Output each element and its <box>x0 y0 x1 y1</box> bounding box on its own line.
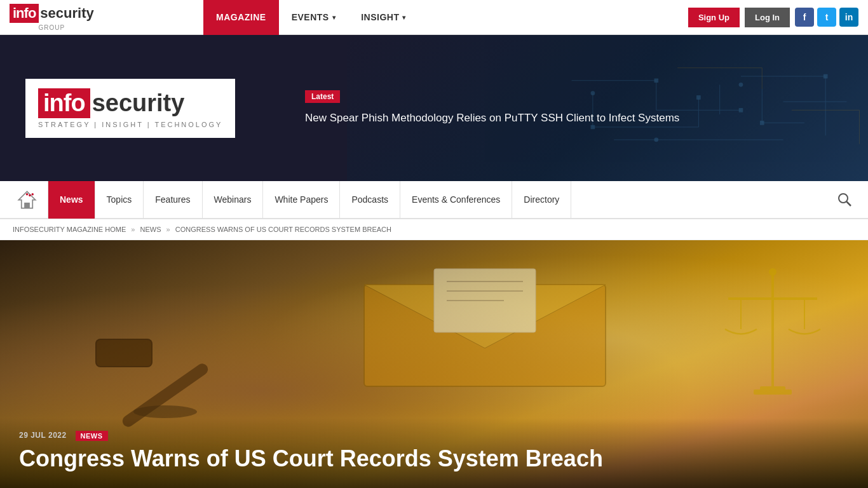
login-button[interactable]: Log In <box>745 8 790 27</box>
signup-button[interactable]: Sign Up <box>688 8 740 27</box>
breadcrumb-news[interactable]: NEWS <box>140 226 161 233</box>
site-logo[interactable]: infosecurity <box>10 4 94 23</box>
hero-logo-box: infosecurity STRATEGY | INSIGHT | TECHNO… <box>25 79 235 138</box>
top-navigation: MAGAZINE EVENTS ▾ INSIGHT ▾ <box>203 0 688 35</box>
article-category-badge[interactable]: NEWS <box>76 431 108 441</box>
svg-point-28 <box>29 194 31 196</box>
top-bar: infosecurity GROUP MAGAZINE EVENTS ▾ INS… <box>0 0 868 35</box>
svg-rect-43 <box>771 272 774 386</box>
top-nav-events[interactable]: EVENTS ▾ <box>279 0 349 35</box>
svg-rect-27 <box>24 202 30 208</box>
svg-rect-35 <box>97 340 151 366</box>
twitter-icon[interactable]: t <box>817 8 836 27</box>
breadcrumb-sep-1: » <box>131 226 135 233</box>
insight-chevron-icon: ▾ <box>402 14 406 21</box>
sec-nav-events-conferences[interactable]: Events & Conferences <box>400 180 512 219</box>
envelope-illustration <box>358 266 612 393</box>
svg-rect-48 <box>754 390 792 395</box>
hero-tagline: STRATEGY | INSIGHT | TECHNOLOGY <box>38 121 222 128</box>
breadcrumb-current: CONGRESS WARNS OF US COURT RECORDS SYSTE… <box>175 226 391 233</box>
social-icons: f t in <box>795 8 858 27</box>
svg-rect-44 <box>728 297 817 300</box>
events-chevron-icon: ▾ <box>332 14 336 21</box>
svg-line-32 <box>847 202 851 207</box>
sec-nav-topics[interactable]: Topics <box>95 180 144 219</box>
search-icon <box>837 192 852 207</box>
home-icon <box>16 189 38 211</box>
svg-point-31 <box>839 194 848 203</box>
breadcrumb-sep-2: » <box>166 226 170 233</box>
sec-nav-news[interactable]: News <box>48 180 95 219</box>
breadcrumb: INFOSECURITY MAGAZINE HOME » NEWS » CONG… <box>0 219 868 240</box>
logo-group-label: GROUP <box>39 24 65 31</box>
top-bar-right: Sign Up Log In f t in <box>688 8 868 27</box>
gavel-illustration <box>76 301 254 428</box>
sec-nav-features[interactable]: Features <box>144 180 202 219</box>
facebook-icon[interactable]: f <box>795 8 814 27</box>
hero-news-area: Latest New Spear Phish Methodology Relie… <box>286 78 868 139</box>
hero-logo-info: info <box>38 88 90 118</box>
sec-nav-webinars[interactable]: Webinars <box>203 180 264 219</box>
svg-point-29 <box>32 193 34 196</box>
secondary-nav: News Topics Features Webinars White Pape… <box>0 181 868 219</box>
scales-illustration <box>715 259 830 424</box>
hero-headline[interactable]: New Spear Phish Methodology Relies on Pu… <box>305 111 686 126</box>
article-hero-overlay: 29 JUL 2022 NEWS Congress Warns of US Co… <box>0 418 868 488</box>
hero-logo[interactable]: infosecurity <box>38 88 222 118</box>
logo-group: infosecurity GROUP <box>0 4 203 31</box>
breadcrumb-home[interactable]: INFOSECURITY MAGAZINE HOME <box>13 226 126 233</box>
search-icon-area[interactable] <box>827 192 862 207</box>
hero-logo-area: infosecurity STRATEGY | INSIGHT | TECHNO… <box>0 60 286 157</box>
logo-info-text: info <box>10 4 39 23</box>
sec-nav-podcasts[interactable]: Podcasts <box>340 180 400 219</box>
top-nav-insight[interactable]: INSIGHT ▾ <box>348 0 419 35</box>
latest-badge: Latest <box>305 90 340 103</box>
top-nav-magazine[interactable]: MAGAZINE <box>203 0 279 35</box>
hero-logo-security: security <box>92 90 185 117</box>
home-icon-area[interactable] <box>6 181 48 218</box>
article-date: 29 JUL 2022 NEWS <box>19 431 849 440</box>
svg-point-30 <box>26 193 29 196</box>
svg-point-49 <box>769 268 776 276</box>
sec-nav-directory[interactable]: Directory <box>512 180 571 219</box>
sec-nav-items: News Topics Features Webinars White Pape… <box>48 180 827 219</box>
logo-security-text: security <box>40 5 93 22</box>
hero-banner: infosecurity STRATEGY | INSIGHT | TECHNO… <box>0 35 868 181</box>
article-hero-image: 29 JUL 2022 NEWS Congress Warns of US Co… <box>0 240 868 488</box>
sec-nav-whitepapers[interactable]: White Papers <box>263 180 340 219</box>
article-title: Congress Warns of US Court Records Syste… <box>19 445 718 472</box>
linkedin-icon[interactable]: in <box>839 8 858 27</box>
svg-point-36 <box>133 405 197 418</box>
